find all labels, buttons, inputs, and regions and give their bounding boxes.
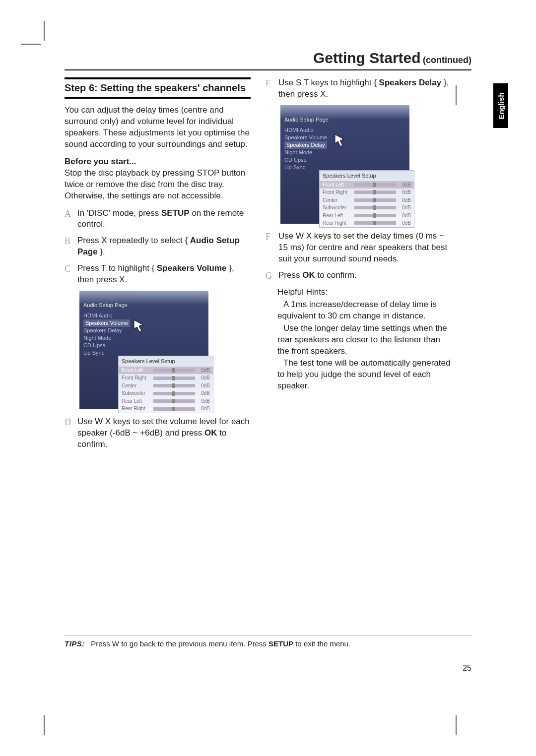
screenshot-volume: Audio Setup Page HDMI Audio Speakers Vol…: [79, 291, 208, 409]
page-title-row: Getting Started (continued): [65, 50, 471, 70]
page-title-continued: (continued): [423, 55, 471, 65]
crop-mark: [44, 715, 45, 735]
helpful-hints: Helpful Hints: A 1ms increase/decrease o…: [277, 287, 452, 392]
panel-row: Subwoofer0dB: [119, 389, 213, 397]
hint-2: Use the longer delay time settings when …: [277, 323, 452, 357]
right-column: E Use S T keys to highlight { Speakers D…: [266, 77, 452, 455]
ss-panel: Speakers Level Setup Front Left0dB Front…: [118, 356, 213, 413]
panel-row: Center0dB: [320, 196, 414, 204]
step-b: B Press X repeatedly to select { Audio S…: [65, 235, 251, 258]
hint-3: The test tone will be automatically gene…: [277, 358, 452, 392]
panel-row: Front Left0dB: [119, 367, 213, 375]
crop-mark: [456, 715, 457, 735]
step6-heading: Step 6: Setting the speakers' channels: [65, 77, 251, 99]
panel-row: Center0dB: [119, 382, 213, 390]
page-content: Getting Started (continued) Step 6: Sett…: [65, 50, 471, 455]
hint-1: A 1ms increase/decrease of delay time is…: [277, 299, 452, 322]
crop-mark: [44, 21, 45, 41]
step-e: E Use S T keys to highlight { Speakers D…: [266, 77, 452, 100]
step-f: F Use W X keys to set the delay times (0…: [266, 231, 452, 265]
before-label: Before you start...: [65, 157, 136, 166]
tips-footer: TIPS: Press W to go back to the previous…: [65, 635, 471, 648]
step6-intro: You can adjust the delay times (centre a…: [65, 105, 251, 150]
step-a: A In 'DISC' mode, press SETUP on the rem…: [65, 208, 251, 231]
ss-panel: Speakers Level Setup Front Left0dB Front…: [319, 170, 414, 228]
panel-row: Front Left0dB: [320, 181, 414, 189]
hints-title: Helpful Hints:: [277, 287, 452, 298]
panel-row: Rear Right0dB: [320, 219, 414, 227]
ss-title: Audio Setup Page: [79, 300, 208, 312]
panel-row: Rear Left0dB: [320, 212, 414, 220]
tips-label: TIPS:: [65, 639, 85, 648]
page-title: Getting Started: [313, 50, 421, 66]
screenshot-delay: Audio Setup Page HDMI Audio Speakers Vol…: [280, 105, 409, 224]
panel-row: Rear Right0dB: [119, 405, 213, 413]
left-column: Step 6: Setting the speakers' channels Y…: [65, 77, 251, 455]
step-d: D Use W X keys to set the volume level f…: [65, 416, 251, 450]
panel-row: Subwoofer0dB: [320, 204, 414, 212]
panel-row: Front Right0dB: [320, 189, 414, 196]
crop-mark: [21, 44, 41, 45]
step-g: G Press OK to confirm.: [266, 270, 452, 282]
cursor-icon: [133, 319, 146, 334]
panel-row: Rear Left0dB: [119, 397, 213, 405]
before-text: Stop the disc playback by pressing STOP …: [65, 168, 245, 200]
panel-row: Front Right0dB: [119, 374, 213, 382]
cursor-icon: [334, 133, 347, 148]
page-number: 25: [463, 664, 471, 673]
language-tab: English: [493, 83, 508, 128]
ss-left-menu: HDMI Audio Speakers Volume Speakers Dela…: [79, 312, 208, 357]
before-you-start: Before you start... Stop the disc playba…: [65, 156, 251, 202]
step-c: C Press T to highlight { Speakers Volume…: [65, 263, 251, 286]
